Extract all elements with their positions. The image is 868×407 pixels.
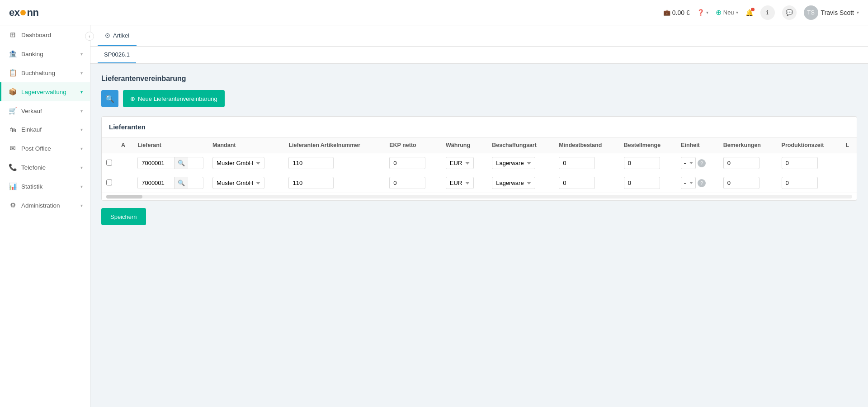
row-produktionszeit-cell [777,153,841,173]
amount-display: 0.00 € [672,9,690,16]
sidebar-item-verkauf[interactable]: 🛒 Verkauf ▾ [0,101,90,120]
sidebar-item-label: Lagerverwaltung [21,89,76,95]
ekp-input[interactable] [389,157,425,169]
bestellmenge-input[interactable] [624,177,660,189]
einheit-select[interactable]: - [681,177,696,189]
artikel-tab-icon: ⊙ [105,32,110,39]
layout: ‹ ⊞ Dashboard 🏦 Banking ▾ 📋 Buchhaltung … [0,25,868,407]
bemerkungen-input[interactable] [723,157,760,169]
sidebar-toggle-button[interactable]: ‹ [85,32,94,41]
scrollbar-row [102,193,857,201]
avatar: TS [804,5,818,20]
user-chevron-icon: ▾ [857,10,859,15]
app-logo: ex nn [9,7,38,19]
search-button[interactable]: 🔍 [101,90,118,107]
einheit-help-icon[interactable]: ? [698,179,706,187]
wallet-item[interactable]: 💼 0.00 € [663,9,690,16]
plus-icon: ⊕ [130,95,135,102]
banking-icon: 🏦 [9,50,17,58]
sidebar-item-telefonie[interactable]: 📞 Telefonie ▾ [0,158,90,177]
table-card-header: Lieferanten [102,117,857,137]
section-heading: Lieferantenvereinbarung [101,75,857,83]
col-wahrung: Währung [441,137,487,153]
chevron-icon: ▾ [80,127,83,132]
sidebar-item-lagerverwaltung[interactable]: 📦 Lagerverwaltung ▾ [0,82,90,101]
beschaffungsart-select[interactable]: Lagerware [492,177,535,189]
produktionszeit-input[interactable] [782,177,818,189]
row-bestellmenge-cell [619,153,676,173]
lieferant-input[interactable] [138,157,174,169]
lieferant-input-group: 🔍 [137,177,203,189]
help-item[interactable]: ❓ ▾ [697,9,708,16]
sidebar-item-statistik[interactable]: 📊 Statistik ▾ [0,177,90,196]
bemerkungen-input[interactable] [723,177,760,189]
col-bestellmenge: Bestellmenge [619,137,676,153]
mandant-select[interactable]: Muster GmbH [212,177,264,189]
user-menu[interactable]: TS Travis Scott ▾ [804,5,859,20]
mindestbestand-input[interactable] [559,157,595,169]
artikelnummer-input[interactable] [288,157,334,169]
table-wrapper: A Lieferant Mandant Lieferanten Artikeln… [102,137,857,200]
btn-new-label: Neue Lieferantenvereinbarung [138,95,217,102]
sidebar-item-dashboard[interactable]: ⊞ Dashboard [0,25,90,44]
wahrung-select[interactable]: EUR [446,157,474,169]
info-button[interactable]: ℹ [760,5,775,20]
plus-icon: ⊕ [716,8,722,17]
row-checkbox[interactable] [106,160,112,166]
row-ekp-cell [385,173,441,193]
col-beschaffungsart: Beschaffungsart [487,137,554,153]
lieferant-input[interactable] [138,177,174,189]
notification-bell[interactable]: 🔔 [745,9,753,16]
einheit-help-icon[interactable]: ? [698,159,706,167]
row-extra-cell [841,173,857,193]
sidebar-item-banking[interactable]: 🏦 Banking ▾ [0,44,90,63]
lieferant-search-btn[interactable]: 🔍 [174,177,188,189]
beschaffungsart-select[interactable]: Lagerware [492,157,535,169]
lieferant-search-btn[interactable]: 🔍 [174,157,188,169]
col-lieferant: Lieferant [133,137,208,153]
neu-chevron-icon: ▾ [736,10,738,15]
chevron-icon: ▾ [80,184,83,189]
sidebar-item-label: Einkauf [21,126,76,133]
neu-label: Neu [723,9,734,16]
row-checkbox[interactable] [106,180,112,185]
row-a-cell [117,173,133,193]
message-button[interactable]: 💬 [782,5,797,20]
administration-icon: ⚙ [9,201,17,209]
horizontal-scrollbar[interactable] [106,195,852,199]
chevron-icon: ▾ [80,52,83,57]
new-lieferantenvereinbarung-button[interactable]: ⊕ Neue Lieferantenvereinbarung [123,90,225,107]
scroll-thumb [106,195,142,199]
row-bemerkungen-cell [719,173,777,193]
artikelnummer-input[interactable] [288,177,334,189]
chevron-icon: ▾ [80,203,83,208]
col-produktionszeit: Produktionszeit [777,137,841,153]
col-a: A [117,137,133,153]
wahrung-select[interactable]: EUR [446,177,474,189]
chevron-icon: ▾ [80,146,83,151]
einheit-select[interactable]: - [681,157,696,169]
row-extra-cell [841,153,857,173]
tab-bar: ⊙ Artikel [90,25,868,47]
save-button[interactable]: Speichern [101,208,146,225]
sidebar-item-post-office[interactable]: ✉ Post Office ▾ [0,139,90,158]
neu-button[interactable]: ⊕ Neu ▾ [716,8,738,17]
sidebar-item-buchhaltung[interactable]: 📋 Buchhaltung ▾ [0,63,90,82]
mandant-select[interactable]: Muster GmbH [212,157,264,169]
sidebar-item-einkauf[interactable]: 🛍 Einkauf ▾ [0,120,90,139]
chevron-icon: ▾ [80,165,83,170]
sub-tab-sp0026[interactable]: SP0026.1 [98,47,136,63]
row-checkbox-cell [102,173,117,193]
tab-artikel[interactable]: ⊙ Artikel [98,25,137,46]
mindestbestand-input[interactable] [559,177,595,189]
row-einheit-cell: - ? [676,173,719,193]
sub-tab-label: SP0026.1 [104,51,130,58]
col-ekp-netto: EKP netto [385,137,441,153]
produktionszeit-input[interactable] [782,157,818,169]
row-checkbox-cell [102,153,117,173]
sidebar-item-administration[interactable]: ⚙ Administration ▾ [0,196,90,215]
bestellmenge-input[interactable] [624,157,660,169]
content-area: Lieferantenvereinbarung 🔍 ⊕ Neue Liefera… [90,64,868,236]
ekp-input[interactable] [389,177,425,189]
col-extra: L [841,137,857,153]
